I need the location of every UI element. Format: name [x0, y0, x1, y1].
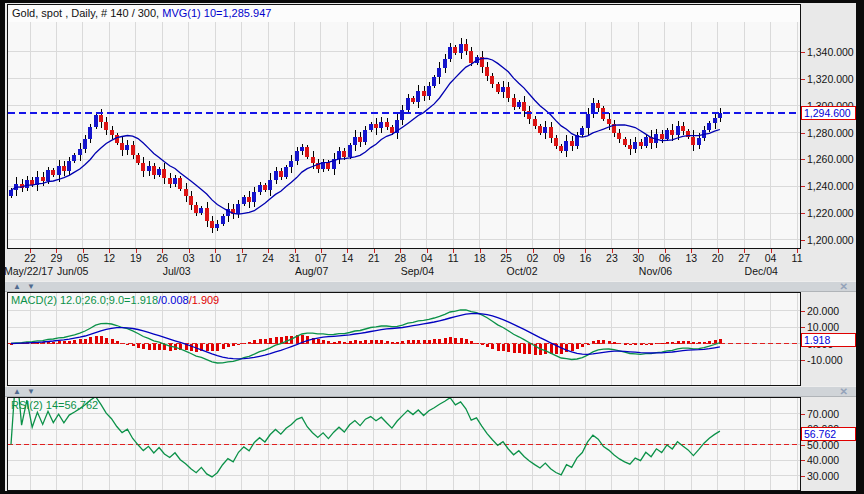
symbol-info-label: Gold, spot , Daily, # 140 / 300, — [12, 7, 162, 19]
rsi-current-value-label: 56.762 — [801, 427, 856, 441]
current-price-value: 1,294.600 — [804, 107, 851, 119]
mvg-indicator-label: MVG(1) 10=1,285.947 — [162, 7, 271, 19]
macd-histogram-value-label: /0.008 — [158, 294, 189, 306]
macd-signal-line — [11, 314, 720, 359]
macd-panel-splitter[interactable]: ▲ ▼ ✕ — [5, 281, 856, 292]
current-price-label: 1,294.600 — [801, 106, 856, 120]
rsi-line — [11, 398, 720, 477]
shrink-panel-down-arrow-icon[interactable]: ▼ — [27, 387, 35, 397]
rsi-panel-splitter[interactable]: ▲ ▼ ✕ — [5, 386, 856, 397]
macd-gridlines — [8, 293, 800, 385]
rsi-header: RSI(2) 14=56.762 — [11, 399, 98, 411]
rsi-chart-plot[interactable] — [7, 397, 801, 491]
price-chart-svg — [8, 22, 800, 248]
macd-params-label: MACD(2) 12.0;26.0;9.0=1.918 — [11, 294, 158, 306]
expand-panel-up-arrow-icon[interactable]: ▲ — [13, 387, 21, 397]
macd-signal-value-label: /1.909 — [189, 294, 220, 306]
macd-current-value-label: 1.918 — [801, 333, 856, 347]
rsi-params-label: RSI(2) 14=56.762 — [11, 399, 98, 411]
rsi-close-button[interactable]: ✕ — [840, 386, 848, 397]
price-chart-plot[interactable] — [7, 21, 801, 249]
expand-panel-up-arrow-icon[interactable]: ▲ — [13, 282, 21, 292]
rsi-chart-svg — [8, 398, 800, 490]
chart-header: Gold, spot , Daily, # 140 / 300, MVG(1) … — [7, 4, 801, 22]
shrink-panel-down-arrow-icon[interactable]: ▼ — [27, 282, 35, 292]
macd-line — [11, 310, 720, 363]
macd-close-button[interactable]: ✕ — [840, 281, 848, 292]
macd-chart-svg — [8, 293, 800, 385]
macd-current-value: 1.918 — [804, 334, 830, 346]
rsi-current-value: 56.762 — [804, 428, 836, 440]
candlestick-series — [9, 38, 722, 233]
chart-application-window: Gold, spot , Daily, # 140 / 300, MVG(1) … — [0, 0, 864, 494]
macd-header: MACD(2) 12.0;26.0;9.0=1.918/0.008/1.909 — [11, 294, 219, 306]
macd-chart-plot[interactable] — [7, 292, 801, 386]
